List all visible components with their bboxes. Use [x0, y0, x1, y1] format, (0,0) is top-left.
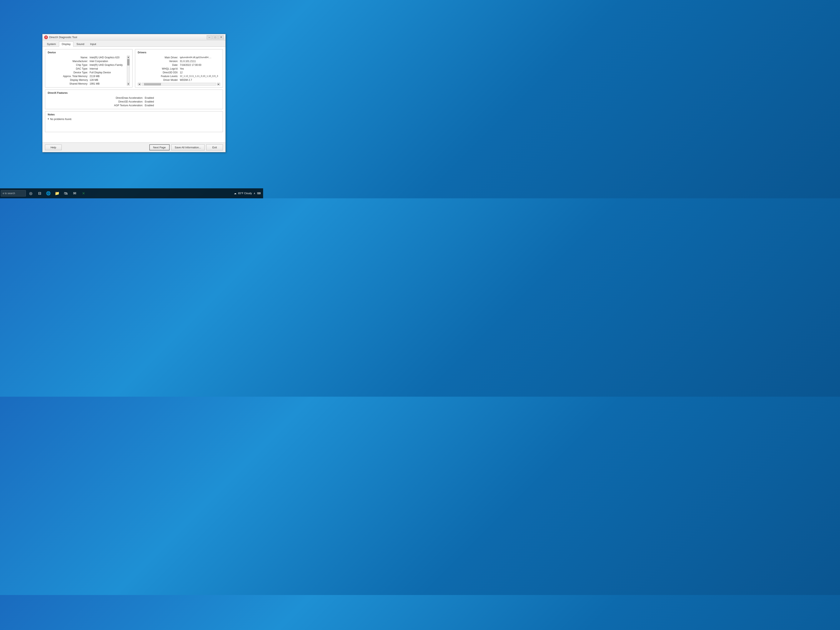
scroll-up-button[interactable]: ▲: [127, 56, 129, 59]
minimize-button[interactable]: ─: [207, 35, 212, 39]
window-controls: ─ □ ✕: [207, 35, 224, 39]
notes-title: Notes: [48, 113, 220, 116]
tab-input[interactable]: Input: [87, 41, 99, 47]
d3d-accel-value: Enabled: [144, 100, 220, 104]
d3d-accel-label: Direct3D Acceleration:: [48, 100, 144, 104]
help-button[interactable]: Help: [45, 145, 62, 150]
app-icon: ✕: [44, 35, 48, 39]
dx-features-grid: DirectDraw Acceleration: Enabled Direct3…: [48, 96, 220, 107]
taskbar-explorer-icon[interactable]: 📁: [53, 189, 61, 197]
device-mfr-label: Manufacturer:: [48, 59, 89, 63]
device-type-value: Full Display Device: [89, 71, 130, 74]
window-title: DirectX Diagnostic Tool: [49, 36, 207, 39]
directx-diagnostic-window: ✕ DirectX Diagnostic Tool ─ □ ✕ System D…: [42, 34, 226, 152]
exit-button[interactable]: Exit: [206, 144, 223, 150]
agp-label: AGP Texture Acceleration:: [48, 104, 144, 107]
save-all-button[interactable]: Save All Information...: [171, 144, 205, 150]
horiz-scroll-track[interactable]: [142, 83, 216, 85]
device-chip-value: Intel(R) UHD Graphics Family: [89, 63, 130, 67]
scroll-thumb[interactable]: [127, 59, 129, 65]
driver-d3d-value: 12: [179, 71, 220, 74]
content-area: Device Name: Intel(R) UHD Graphics 620 M…: [43, 47, 226, 142]
drivers-section-title: Drivers: [138, 51, 220, 54]
taskbar-right: ☁ 65°F Cloudy ∧ ⌨: [234, 192, 262, 195]
tab-display[interactable]: Display: [59, 41, 73, 47]
tab-bar: System Display Sound Input: [43, 40, 226, 47]
ddraw-value: Enabled: [144, 96, 220, 100]
taskbar-cortana-icon[interactable]: ◎: [27, 189, 35, 197]
tab-sound[interactable]: Sound: [74, 41, 87, 47]
device-shared-mem-value: 1991 MB: [89, 82, 130, 85]
device-section-title: Device: [48, 51, 130, 54]
system-tray[interactable]: ∧: [254, 192, 256, 195]
ddraw-label: DirectDraw Acceleration:: [48, 96, 144, 100]
device-dac-label: DAC Type:: [48, 67, 89, 71]
search-text: e to search: [3, 192, 15, 195]
taskbar-store-icon[interactable]: 🛍: [62, 189, 70, 197]
device-name-value: Intel(R) UHD Graphics 620: [89, 55, 130, 59]
taskbar-excel-icon[interactable]: ✕: [79, 189, 87, 197]
notes-item: • No problems found.: [48, 118, 220, 121]
tab-system[interactable]: System: [44, 41, 58, 47]
driver-d3d-label: Direct3D DDI:: [138, 71, 179, 74]
device-type-label: Device Type:: [48, 71, 89, 74]
driver-feat-value: 12_1,12_0,11_1,11_0,10_1,10_0,9_3: [179, 74, 220, 78]
driver-main-value: igdumdim64.dll,igd10umd64.dll,igd1(: [179, 55, 212, 59]
driver-date-value: 7/18/2022 17:00:00: [179, 63, 220, 67]
agp-value: Enabled: [144, 104, 220, 107]
keyboard-icon: ⌨: [257, 192, 261, 195]
notes-section: Notes • No problems found.: [45, 111, 223, 132]
device-shared-mem-label: Shared Memory:: [48, 82, 89, 85]
taskbar-icons: ◎ ⊟ 🌐 📁 🛍 ✉ ✕: [27, 189, 87, 197]
driver-version-label: Version:: [138, 59, 179, 63]
device-scrollbar[interactable]: ▲ ▼: [127, 55, 130, 85]
device-total-mem-label: Approx. Total Memory:: [48, 74, 89, 78]
device-total-mem-value: 2119 MB: [89, 74, 130, 78]
scroll-down-button[interactable]: ▼: [127, 82, 129, 85]
weather-text: 65°F Cloudy: [238, 192, 252, 195]
driver-whql-value: Yes: [179, 67, 220, 71]
device-chip-label: Chip Type:: [48, 63, 89, 67]
drivers-horiz-scroll: ◄ ►: [138, 83, 220, 85]
driver-model-value: WDDM 2.7: [179, 78, 220, 82]
device-info-grid: Name: Intel(R) UHD Graphics 620 Manufact…: [48, 55, 130, 85]
horiz-scroll-left-button[interactable]: ◄: [138, 83, 141, 85]
maximize-button[interactable]: □: [213, 35, 218, 39]
next-page-button[interactable]: Next Page: [149, 144, 170, 150]
taskbar-search[interactable]: e to search: [1, 190, 26, 196]
device-mfr-value: Intel Corporation: [89, 59, 130, 63]
dx-features-title: DirectX Features: [48, 92, 220, 95]
device-disp-mem-label: Display Memory: [48, 78, 89, 82]
taskbar-mail-icon[interactable]: ✉: [70, 189, 79, 197]
taskbar-edge-icon[interactable]: 🌐: [44, 189, 52, 197]
driver-version-value: 31.0.101.2111: [179, 59, 220, 63]
bottom-bar: Help Next Page Save All Information... E…: [43, 142, 226, 152]
device-name-label: Name:: [48, 55, 89, 59]
horiz-scroll-thumb[interactable]: [144, 83, 161, 85]
driver-model-label: Driver Model:: [138, 78, 179, 82]
driver-feat-label: Feature Levels:: [138, 74, 179, 78]
close-button[interactable]: ✕: [218, 35, 224, 39]
driver-main-label: Main Driver:: [138, 55, 179, 59]
taskbar-taskview-icon[interactable]: ⊟: [35, 189, 44, 197]
driver-date-label: Date:: [138, 63, 179, 67]
taskbar: e to search ◎ ⊟ 🌐 📁 🛍 ✉ ✕ ☁ 65°F Cloudy …: [0, 188, 263, 198]
weather-icon: ☁: [234, 192, 237, 195]
drivers-info-grid: Main Driver: igdumdim64.dll,igd10umd64.d…: [138, 55, 220, 82]
device-section: Device Name: Intel(R) UHD Graphics 620 M…: [45, 49, 133, 87]
horiz-scroll-right-button[interactable]: ►: [217, 83, 220, 85]
driver-whql-label: WHQL Logo'd:: [138, 67, 179, 71]
notes-text: No problems found.: [50, 118, 72, 121]
bullet-icon: •: [48, 117, 49, 121]
drivers-section: Drivers Main Driver: igdumdim64.dll,igd1…: [135, 49, 223, 87]
directx-features-section: DirectX Features DirectDraw Acceleration…: [45, 90, 223, 109]
title-bar: ✕ DirectX Diagnostic Tool ─ □ ✕: [43, 34, 226, 40]
device-disp-mem-value: 128 MB: [89, 78, 130, 82]
device-dac-value: Internal: [89, 67, 130, 71]
notes-content: • No problems found.: [48, 118, 220, 130]
